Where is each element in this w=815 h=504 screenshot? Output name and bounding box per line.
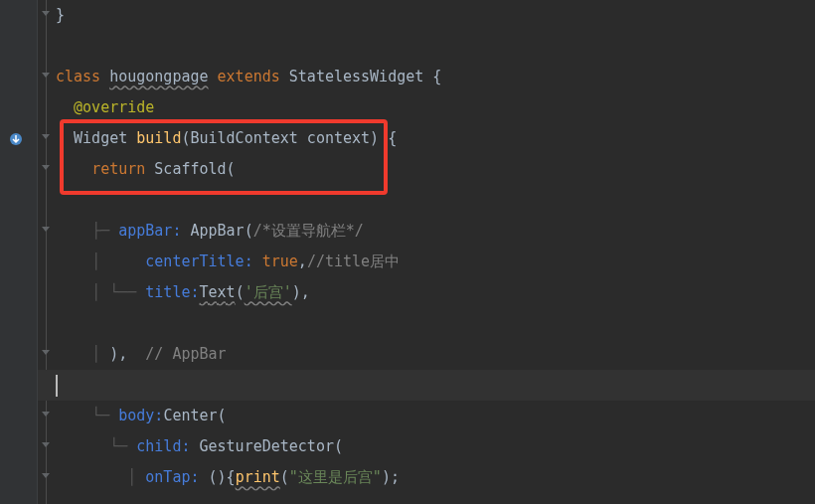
fold-toggle-icon[interactable] bbox=[40, 441, 52, 453]
code-line[interactable]: │ ), // AppBar bbox=[56, 339, 815, 370]
code-line[interactable] bbox=[56, 370, 815, 401]
fold-toggle-icon[interactable] bbox=[40, 164, 52, 176]
text-caret bbox=[56, 375, 58, 397]
fold-toggle-icon[interactable] bbox=[40, 72, 52, 84]
override-marker-icon[interactable] bbox=[8, 127, 24, 143]
fold-toggle-icon[interactable] bbox=[40, 226, 52, 238]
code-line[interactable]: class hougongpage extends StatelessWidge… bbox=[56, 62, 815, 92]
code-line[interactable]: Widget build(BuildContext context) { bbox=[56, 123, 815, 154]
code-line[interactable]: │ centerTitle: true,//title居中 bbox=[56, 247, 815, 277]
code-line[interactable] bbox=[56, 31, 815, 62]
code-line[interactable] bbox=[56, 185, 815, 216]
code-editor[interactable]: }class hougongpage extends StatelessWidg… bbox=[56, 0, 815, 493]
code-line[interactable]: └─ child: GestureDetector( bbox=[56, 431, 815, 462]
code-line[interactable]: } bbox=[56, 0, 815, 31]
code-line[interactable] bbox=[56, 308, 815, 339]
code-line[interactable]: │ onTap: (){print("这里是后宫"); bbox=[56, 462, 815, 493]
code-line[interactable]: @override bbox=[56, 92, 815, 123]
code-line[interactable]: ├─ appBar: AppBar(/*设置导航栏*/ bbox=[56, 216, 815, 247]
fold-toggle-icon[interactable] bbox=[40, 10, 52, 22]
fold-toggle-icon[interactable] bbox=[40, 349, 52, 361]
fold-toggle-icon[interactable] bbox=[40, 472, 52, 484]
gutter bbox=[0, 0, 38, 504]
code-line[interactable]: │ └── title:Text('后宫'), bbox=[56, 277, 815, 308]
code-line[interactable]: └─ body:Center( bbox=[56, 401, 815, 431]
code-line[interactable]: return Scaffold( bbox=[56, 154, 815, 185]
fold-toggle-icon[interactable] bbox=[40, 133, 52, 145]
fold-toggle-icon[interactable] bbox=[40, 411, 52, 422]
